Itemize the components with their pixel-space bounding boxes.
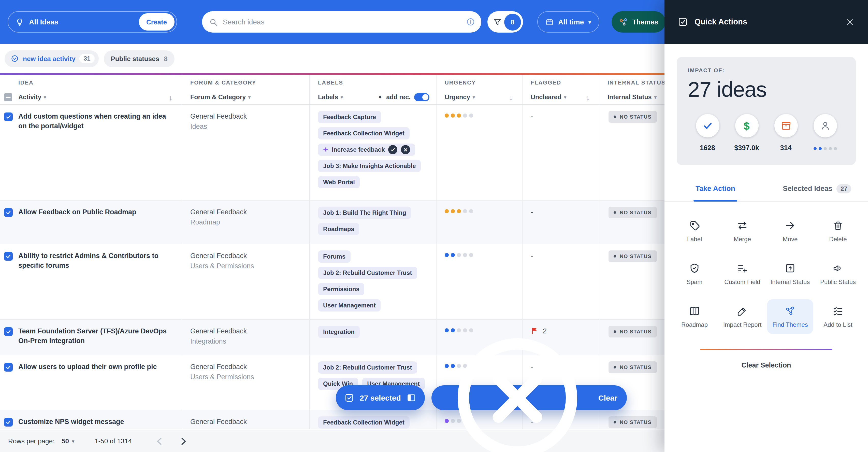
impact-label: IMPACT OF: <box>688 67 845 73</box>
check-square-icon <box>344 393 354 403</box>
time-range-button[interactable]: All time ▾ <box>537 11 599 33</box>
forum-name: General Feedback <box>190 327 301 336</box>
idea-title[interactable]: Add custom questions when creating an id… <box>18 112 170 131</box>
label-chip[interactable]: Web Portal <box>318 176 360 188</box>
time-range-label: All time <box>558 18 584 26</box>
caret-down-icon: ▾ <box>564 95 566 100</box>
internal-status-filter-dropdown[interactable]: Internal Status▾ <box>608 94 657 101</box>
label-chip[interactable]: Feedback Capture <box>318 111 381 123</box>
forum-category: Ideas <box>190 123 301 130</box>
label-chip[interactable]: Roadmaps <box>318 223 360 235</box>
carousel-dot[interactable] <box>824 147 827 150</box>
view-title: All Ideas <box>29 18 133 26</box>
lightbulb-icon <box>15 18 24 26</box>
page-size-dropdown[interactable]: 50 ▾ <box>62 437 74 445</box>
labels-filter-dropdown[interactable]: Labels▾ <box>318 94 343 101</box>
recommended-label-chip[interactable]: ✦Increase feedback✕ <box>318 144 415 156</box>
selection-panel-icon[interactable] <box>406 393 416 403</box>
tab-count-badge: 27 <box>836 184 851 193</box>
label-chip[interactable]: Job 3: Make Insights Actionable <box>318 160 421 172</box>
flagged-filter-dropdown[interactable]: Uncleared▾ <box>531 94 566 101</box>
caret-down-icon: ▾ <box>72 439 74 444</box>
add-rec-toggle[interactable] <box>414 93 429 101</box>
filter-pill-new-idea-activity[interactable]: new idea activity 31 <box>5 50 98 67</box>
carousel-dot[interactable] <box>813 147 816 150</box>
table-row: Add custom questions when creating an id… <box>0 105 664 201</box>
action-merge[interactable]: Merge <box>719 214 765 248</box>
sort-flagged-icon[interactable]: ↓ <box>586 93 599 101</box>
rows-per-page-label: Rows per page: <box>8 437 55 445</box>
sort-activity-icon[interactable]: ↓ <box>169 93 182 101</box>
forum-name: General Feedback <box>190 251 301 261</box>
label-chip[interactable]: User Management <box>318 299 381 311</box>
caret-down-icon: ▾ <box>588 19 591 25</box>
action-move[interactable]: Move <box>767 214 813 248</box>
action-public-status[interactable]: Public Status <box>815 257 861 291</box>
action-add-to-list[interactable]: Add to List <box>815 299 861 334</box>
urgency-dots <box>445 209 514 213</box>
idea-title[interactable]: Team Foundation Server (TFS)/Azure DevOp… <box>18 327 170 346</box>
info-icon[interactable] <box>466 17 475 27</box>
action-custom-field[interactable]: Custom Field <box>719 257 765 291</box>
caret-down-icon: ▾ <box>44 95 46 100</box>
tab-take-action[interactable]: Take Action <box>664 178 766 201</box>
idea-title[interactable]: Allow Feedback on Public Roadmap <box>18 208 170 217</box>
label-chip[interactable]: Integration <box>318 326 360 338</box>
create-button[interactable]: Create <box>138 13 175 31</box>
action-roadmap[interactable]: Roadmap <box>672 299 717 334</box>
custom-field-icon <box>737 263 748 274</box>
reject-label-button[interactable]: ✕ <box>401 145 410 154</box>
themes-button[interactable]: Themes <box>611 11 665 33</box>
row-checkbox[interactable] <box>4 363 13 371</box>
action-spam[interactable]: Spam <box>672 257 717 291</box>
internal-status-badge: NO STATUS <box>609 207 657 218</box>
filter-pill-public-statuses[interactable]: Public statuses 8 <box>103 50 175 67</box>
idea-title[interactable]: Customize NPS widget message <box>18 417 170 427</box>
row-checkbox[interactable] <box>4 327 13 336</box>
row-checkbox[interactable] <box>4 113 13 121</box>
previous-page-button[interactable] <box>154 435 165 447</box>
accept-label-button[interactable] <box>388 145 397 154</box>
action-delete[interactable]: Delete <box>815 214 861 248</box>
add-recommendations-control: ✦ add rec. <box>377 93 436 101</box>
stat-votes: 1628 <box>688 114 727 152</box>
row-checkbox[interactable] <box>4 252 13 261</box>
label-chip[interactable]: Job 2: Rebuild Customer Trust <box>318 267 417 279</box>
select-all-checkbox[interactable] <box>4 93 12 101</box>
idea-view-selector[interactable]: All Ideas Create <box>8 11 177 33</box>
row-checkbox[interactable] <box>4 418 13 426</box>
carousel-dot[interactable] <box>834 147 837 150</box>
clear-selection-button[interactable]: Clear <box>431 385 627 410</box>
idea-title[interactable]: Ability to restrict Admins & Contributor… <box>18 251 170 271</box>
label-chip[interactable]: Forums <box>318 250 350 263</box>
label-chip[interactable]: Feedback Collection Widget <box>318 416 410 429</box>
next-page-button[interactable] <box>178 435 189 447</box>
label-chip[interactable]: Job 1: Build The Right Thing <box>318 207 411 219</box>
action-label[interactable]: Label <box>672 214 717 248</box>
urgency-filter-dropdown[interactable]: Urgency▾ <box>445 94 475 101</box>
selected-count-button[interactable]: 27 selected <box>336 385 425 410</box>
action-internal-status[interactable]: Internal Status <box>767 257 813 291</box>
search-input[interactable] <box>223 18 461 26</box>
row-checkbox[interactable] <box>4 208 13 217</box>
forum-filter-dropdown[interactable]: Forum & Category▾ <box>190 94 251 101</box>
label-chip[interactable]: Feedback Collection Widget <box>318 127 410 140</box>
activity-filter-dropdown[interactable]: Activity▾ <box>18 94 46 101</box>
clear-button-label: Clear <box>598 393 617 402</box>
sort-urgency-icon[interactable]: ↓ <box>509 93 522 101</box>
action-impact-report[interactable]: Impact Report <box>719 299 765 334</box>
label-chip[interactable]: Job 2: Rebuild Customer Trust <box>318 361 417 373</box>
carousel-dot[interactable] <box>818 147 822 150</box>
action-find-themes[interactable]: Find Themes <box>767 299 813 334</box>
filters-button[interactable]: 8 <box>488 11 523 33</box>
carousel-dot[interactable] <box>829 147 832 150</box>
clear-selection-link[interactable]: Clear Selection <box>664 361 868 369</box>
calendar-icon <box>546 18 554 26</box>
search-bar <box>202 11 481 33</box>
label-chip[interactable]: Permissions <box>318 283 365 295</box>
close-icon[interactable] <box>845 17 855 27</box>
tab-selected-ideas[interactable]: Selected Ideas27 <box>766 178 868 201</box>
filter-count-badge: 8 <box>504 13 521 30</box>
filter-pill-label: new idea activity <box>23 55 75 62</box>
idea-title[interactable]: Allow users to upload their own profile … <box>18 362 170 372</box>
